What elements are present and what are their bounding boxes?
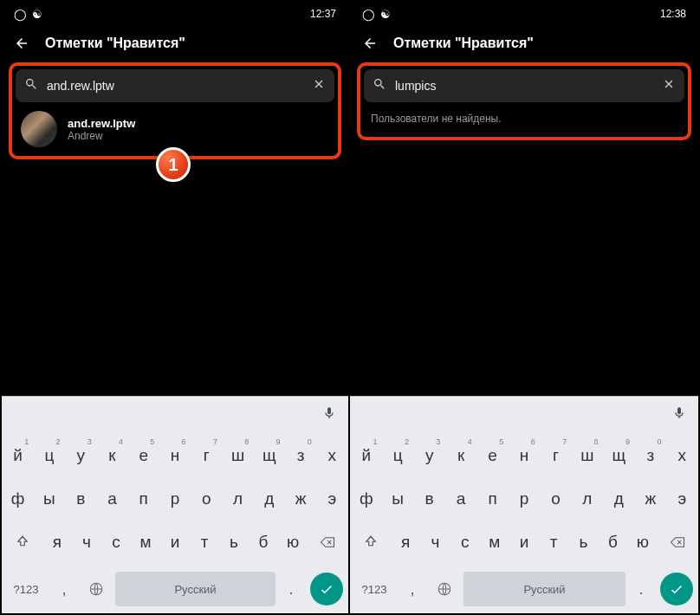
search-icon <box>24 77 38 94</box>
key[interactable]: ш8 <box>573 437 601 475</box>
symbols-key[interactable]: ?123 <box>352 572 397 606</box>
highlight-box-1: and.rew.lptw Andrew <box>9 62 341 159</box>
key[interactable]: е5 <box>129 437 158 475</box>
key[interactable]: а <box>98 480 126 518</box>
key[interactable]: х <box>668 437 697 475</box>
globe-key[interactable] <box>428 572 461 606</box>
backspace-key[interactable] <box>658 523 697 561</box>
key[interactable]: ч <box>73 523 100 561</box>
key[interactable]: ь <box>221 523 248 561</box>
key[interactable]: х <box>318 437 347 475</box>
key[interactable]: л <box>224 480 252 518</box>
key[interactable]: щ9 <box>255 437 283 475</box>
key[interactable]: е5 <box>478 437 507 475</box>
key[interactable]: с <box>451 523 478 561</box>
key[interactable]: б <box>250 523 277 561</box>
search-bar[interactable] <box>16 69 334 102</box>
comma-key[interactable]: , <box>51 572 77 606</box>
key[interactable]: л <box>573 480 601 518</box>
screen-right: ◯ ☯ 12:38 Отметки "Нравится" Пользовател… <box>350 2 698 613</box>
key[interactable]: я <box>392 523 419 561</box>
search-input[interactable] <box>47 79 303 93</box>
key[interactable]: з0 <box>286 437 314 475</box>
key[interactable]: м <box>132 523 159 561</box>
key[interactable]: м <box>481 523 508 561</box>
space-key[interactable]: Русский <box>115 572 275 606</box>
key[interactable]: ю <box>280 523 307 561</box>
key[interactable]: ш8 <box>224 437 252 475</box>
period-key[interactable]: . <box>628 572 654 606</box>
key[interactable]: ф <box>352 480 380 518</box>
space-key[interactable]: Русский <box>463 572 625 606</box>
status-bar: ◯ ☯ 12:38 <box>350 2 698 26</box>
clear-icon[interactable] <box>662 77 676 94</box>
key[interactable]: к4 <box>446 437 475 475</box>
key[interactable]: и <box>510 523 537 561</box>
clear-icon[interactable] <box>312 77 326 94</box>
key[interactable]: о <box>192 480 221 518</box>
key[interactable]: а <box>446 480 475 518</box>
page-title: Отметки "Нравится" <box>45 36 185 51</box>
key[interactable]: п <box>478 480 507 518</box>
status-bar: ◯ ☯ 12:37 <box>2 2 348 26</box>
symbols-key[interactable]: ?123 <box>3 572 49 606</box>
key[interactable]: с <box>102 523 129 561</box>
key[interactable]: ц2 <box>35 437 63 475</box>
shift-key[interactable] <box>352 523 390 561</box>
key[interactable]: г7 <box>192 437 221 475</box>
key[interactable]: ф <box>3 480 32 518</box>
key[interactable]: щ9 <box>605 437 633 475</box>
keyboard[interactable]: й1ц2у3к4е5н6г7ш8щ9з0хфывапролджэячсмитьб… <box>2 396 348 613</box>
key[interactable]: в <box>415 480 444 518</box>
key[interactable]: и <box>161 523 188 561</box>
key[interactable]: в <box>67 480 95 518</box>
back-icon[interactable] <box>14 36 29 51</box>
shazam-icon: ☯ <box>380 8 391 21</box>
key[interactable]: д <box>255 480 283 518</box>
key[interactable]: г7 <box>541 437 570 475</box>
key[interactable]: ж <box>286 480 314 518</box>
key[interactable]: у3 <box>67 437 95 475</box>
mic-icon[interactable] <box>672 406 686 424</box>
key[interactable]: ж <box>636 480 664 518</box>
search-result[interactable]: and.rew.lptw Andrew <box>16 102 334 149</box>
key[interactable]: ц2 <box>383 437 412 475</box>
globe-key[interactable] <box>80 572 113 606</box>
key[interactable]: б <box>600 523 626 561</box>
key[interactable]: о <box>541 480 570 518</box>
key[interactable]: э <box>668 480 697 518</box>
key[interactable]: э <box>318 480 347 518</box>
period-key[interactable]: . <box>278 572 304 606</box>
page-title: Отметки "Нравится" <box>393 36 534 51</box>
key[interactable]: р <box>509 480 538 518</box>
key[interactable]: ь <box>570 523 597 561</box>
key[interactable]: ю <box>629 523 656 561</box>
key[interactable]: з0 <box>636 437 664 475</box>
back-icon[interactable] <box>362 36 378 51</box>
search-bar[interactable] <box>364 69 684 102</box>
key[interactable]: н6 <box>509 437 538 475</box>
key[interactable]: д <box>605 480 633 518</box>
key[interactable]: т <box>541 523 567 561</box>
key[interactable]: ч <box>422 523 449 561</box>
key[interactable]: п <box>129 480 158 518</box>
key[interactable]: ы <box>35 480 63 518</box>
enter-key[interactable] <box>310 573 343 605</box>
key[interactable]: т <box>191 523 218 561</box>
comma-key[interactable]: , <box>399 572 425 606</box>
key[interactable]: н6 <box>160 437 189 475</box>
key[interactable]: й1 <box>352 437 380 475</box>
keyboard[interactable]: й1ц2у3к4е5н6г7ш8щ9з0хфывапролджэячсмитьб… <box>350 396 698 613</box>
screen-header: Отметки "Нравится" <box>2 26 348 61</box>
key[interactable]: ы <box>383 480 412 518</box>
key[interactable]: у3 <box>415 437 444 475</box>
key[interactable]: к4 <box>98 437 126 475</box>
key[interactable]: й1 <box>3 437 32 475</box>
backspace-key[interactable] <box>309 523 347 561</box>
key[interactable]: р <box>160 480 189 518</box>
shift-key[interactable] <box>3 523 41 561</box>
enter-key[interactable] <box>660 573 693 605</box>
mic-icon[interactable] <box>322 406 336 424</box>
key[interactable]: я <box>43 523 70 561</box>
search-input[interactable] <box>395 79 653 93</box>
